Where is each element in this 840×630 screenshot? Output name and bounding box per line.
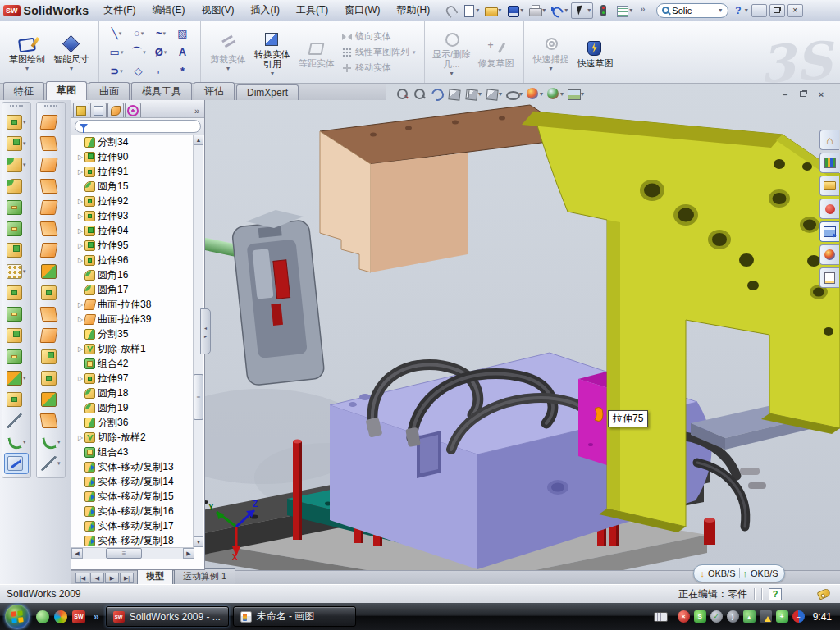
model-3d-view[interactable] (205, 84, 840, 570)
quicklaunch-chevron-icon[interactable]: » (94, 611, 99, 623)
pinwheel-icon[interactable] (54, 610, 67, 623)
tree-item[interactable]: ▷ 拉伸94 (76, 223, 194, 238)
volume-icon[interactable] (727, 610, 739, 623)
extruded-cut-icon[interactable]: ▾ (2, 133, 30, 154)
tree-item[interactable]: 实体-移动/复制14 (76, 474, 194, 489)
taskbar-task-button[interactable]: 未命名 - 画图 (233, 606, 356, 627)
menu-item[interactable]: 帮助(H) (397, 3, 431, 17)
menu-item[interactable]: 文件(F) (103, 3, 135, 17)
tree-item[interactable]: ▷ 拉伸96 (76, 253, 194, 267)
rebuild-button[interactable] (595, 2, 612, 19)
scroll-up-button[interactable]: ▲ (194, 135, 203, 145)
tree-filter-input[interactable] (75, 120, 201, 133)
delete-face-icon[interactable] (37, 410, 65, 431)
split-body-icon[interactable] (2, 325, 30, 346)
close-button[interactable]: × (788, 4, 803, 17)
messenger-icon[interactable] (36, 610, 49, 623)
apply-scene-button[interactable]: ▾ (526, 87, 543, 101)
expand-arrow-icon[interactable]: ▷ (76, 153, 84, 161)
view-orientation-button[interactable]: ▾ (464, 87, 482, 101)
undo-button[interactable]: ▾ (549, 2, 569, 19)
tree-item[interactable]: ▷ 曲面-拉伸38 (76, 297, 194, 312)
extend-surface-icon[interactable] (37, 304, 65, 325)
boundary-surface-icon[interactable] (37, 176, 65, 197)
tab-nav-button[interactable]: |◀ (75, 573, 89, 583)
scroll-left-button[interactable]: ◀ (71, 548, 83, 559)
linear-pattern-icon[interactable]: ▾ (2, 261, 30, 282)
ruled-surface-icon[interactable] (37, 389, 65, 410)
red-stop-pin[interactable] (704, 518, 715, 545)
toolbar-overflow-icon[interactable] (636, 2, 653, 19)
extruded-boss-icon[interactable]: ▾ (2, 112, 30, 133)
panel-splitter-handle[interactable]: ◂▸ (200, 308, 211, 354)
expand-arrow-icon[interactable]: ▷ (76, 168, 84, 176)
tab-nav-button[interactable]: ▶ (105, 573, 119, 583)
tree-item[interactable]: ▷ 拉伸93 (76, 208, 194, 223)
sketch-fillet-tool[interactable]: ⌐ (150, 62, 171, 80)
expand-arrow-icon[interactable]: ▷ (76, 227, 84, 235)
scroll-thumb[interactable]: ≡ (194, 374, 203, 420)
expand-arrow-icon[interactable]: ▷ (76, 257, 84, 264)
tree-item[interactable]: 圆角17 (76, 282, 194, 297)
tree-item[interactable]: 实体-移动/复制18 (76, 533, 194, 547)
help-button[interactable]: ? (732, 5, 744, 16)
tree-item[interactable]: ▷ 切除-放样2 (76, 430, 194, 445)
appearances-button[interactable] (819, 244, 839, 265)
tree-item[interactable]: ▷ 拉伸92 (76, 194, 194, 208)
sketch-button[interactable]: 草图绘制 ▾ (5, 32, 49, 72)
drawings-button[interactable] (819, 199, 839, 219)
linear-sketch-pattern-button[interactable]: 线性草图阵列▾ (342, 46, 416, 58)
wrap-icon[interactable] (2, 240, 30, 261)
property-manager-tab[interactable] (90, 103, 107, 117)
guard-icon[interactable] (792, 610, 805, 623)
fillet-icon[interactable]: ▾ (2, 154, 30, 176)
planar-surface-icon[interactable] (37, 218, 65, 240)
swept-surface-icon[interactable] (37, 112, 65, 133)
commandmanager-tab[interactable]: 特征 (3, 82, 44, 100)
tree-item[interactable]: 组合42 (76, 356, 194, 371)
health-shield-icon[interactable] (776, 610, 788, 623)
tree-item[interactable]: ▷ 拉伸91 (76, 164, 194, 179)
new-file-button[interactable]: ▾ (460, 2, 481, 19)
tree-item[interactable]: 实体-移动/复制13 (76, 459, 194, 474)
line-tool[interactable]: ╲▾ (106, 25, 127, 43)
solidworks-quicklaunch-icon[interactable]: SW (72, 610, 85, 623)
tree-item[interactable]: ▷ 曲面-拉伸39 (76, 312, 194, 326)
convert-entities-button[interactable]: 转换实体引用 ▾ (250, 27, 294, 77)
pin-icon[interactable] (441, 2, 459, 19)
delete-body-icon[interactable] (2, 389, 30, 410)
tree-item[interactable]: 圆角16 (76, 267, 194, 282)
edit-scene-button[interactable]: ▾ (567, 87, 584, 101)
spline-icon[interactable]: ▾ (2, 431, 30, 453)
antivirus-shield-icon[interactable] (694, 610, 706, 623)
tree-item[interactable]: 圆角19 (76, 400, 194, 415)
filled-surface-icon[interactable] (37, 197, 65, 218)
custom-properties-button[interactable] (819, 267, 839, 288)
tree-item[interactable]: 分割34 (76, 135, 194, 149)
search-caret-icon[interactable]: ▾ (719, 7, 722, 14)
circle-tool[interactable]: ○▾ (128, 25, 149, 43)
rib-icon[interactable] (2, 282, 30, 304)
view-palette-button[interactable] (819, 221, 839, 242)
zoom-fit-button[interactable] (395, 87, 409, 101)
network-warning-icon[interactable] (760, 610, 772, 623)
design-library-button[interactable] (819, 153, 839, 173)
mirror-feature-icon[interactable] (2, 304, 30, 325)
expand-arrow-icon[interactable]: ▷ (76, 434, 84, 441)
tree-item[interactable]: ▷ 拉伸90 (76, 149, 194, 164)
file-explorer-button[interactable] (819, 176, 839, 196)
dimxpert-manager-tab[interactable] (125, 103, 141, 117)
rapid-sketch-button[interactable]: 快速草图 (573, 36, 618, 68)
commandmanager-tab[interactable]: 模具工具 (131, 82, 192, 100)
tree-item[interactable]: ▷ 拉伸95 (76, 238, 194, 253)
search-box[interactable]: ▾ (656, 3, 728, 18)
tree-item[interactable]: 分割35 (76, 326, 194, 341)
tree-item[interactable]: 圆角15 (76, 179, 194, 194)
appearance-button[interactable]: ▾ (546, 87, 564, 101)
tag-icon[interactable] (817, 587, 832, 600)
input-method-keyboard-icon[interactable] (654, 612, 668, 622)
chamfer-icon[interactable] (2, 176, 30, 197)
trim-entities-button[interactable]: 剪裁实体 ▾ (206, 32, 250, 72)
save-button[interactable]: ▾ (504, 2, 525, 19)
print-button[interactable]: ▾ (527, 2, 547, 19)
